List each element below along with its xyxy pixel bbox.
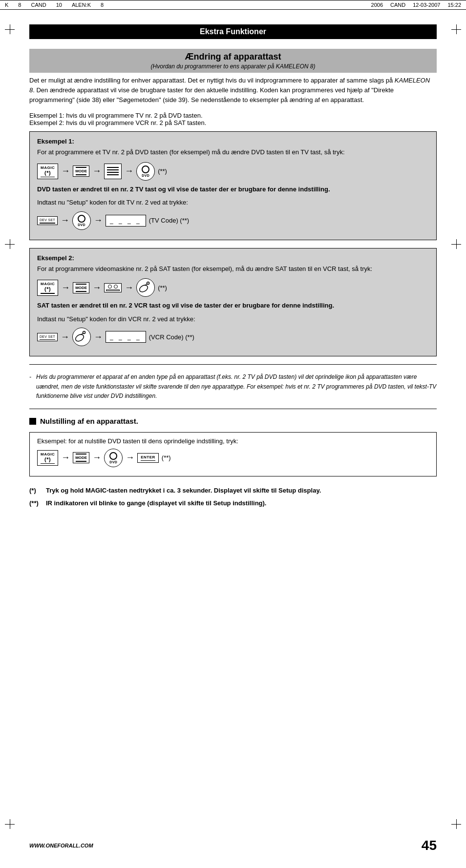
dvd-circle-1 [142, 165, 149, 173]
mode-button-reset: MODE [73, 452, 89, 463]
ex1-normal-text: Indtast nu "Setup" koden for dit TV nr. … [37, 198, 429, 207]
footnote-2: (**) IR indikatoren vil blinke to gange … [29, 498, 437, 509]
mode-button-2: MODE [73, 282, 89, 293]
footer-page-number: 45 [422, 838, 437, 853]
main-content: Ekstra Funktioner Ændring af apparattast… [0, 10, 466, 530]
magic-star-2: (*) [44, 286, 51, 292]
example-box-2: Eksempel 2: For at programmere videomask… [29, 248, 437, 357]
fn2-mark: (**) [29, 498, 44, 509]
ex1-desc: For at programmere et TV nr. 2 på DVD ta… [37, 147, 429, 157]
magic-button-1: MAGIC (*) [37, 164, 58, 180]
svg-point-5 [83, 331, 85, 334]
sat-svg-1 [139, 281, 152, 294]
footnote-1: (*) Tryk og hold MAGIC-tasten nedtrykket… [29, 485, 437, 496]
magic-label-1: MAGIC [41, 165, 55, 170]
footnotes: (*) Tryk og hold MAGIC-tasten nedtrykket… [29, 485, 437, 509]
ex1-intro-label: Eksempel 1: [29, 112, 64, 119]
header-year: 2006 [371, 2, 383, 8]
arrow-2a-2: → [92, 283, 101, 293]
mode-label-1: MODE [75, 169, 87, 173]
sub-heading-block: Ændring af apparattast (Hvordan du progr… [29, 49, 437, 73]
dvd-circle-2 [78, 215, 85, 223]
devset-label-2: DEV SET [40, 335, 55, 338]
arrow-1a-2: → [92, 166, 101, 176]
header-cand2: CAND [390, 2, 405, 8]
divider-1 [29, 364, 437, 365]
section2-title: Nulstilling af en apparattast. [40, 417, 138, 425]
page-title-text: Ekstra Funktioner [200, 27, 266, 36]
list-line-3 [107, 172, 119, 173]
dvd-button-reset: DVD [104, 449, 123, 467]
enter-label: ENTER [141, 455, 155, 459]
btn-sequence-1a: MAGIC (*) → MODE → → [37, 162, 429, 181]
header-cand: CAND [31, 2, 46, 8]
ex2-desc: For at programmere videomaskine nr. 2 på… [37, 264, 429, 274]
header-8: 8 [18, 2, 21, 8]
dvd-label-2: DVD [78, 223, 85, 227]
registration-mark-mid-right [451, 239, 461, 249]
registration-mark-bot-left [5, 819, 15, 829]
fn1-text: Tryk og hold MAGIC-tasten nedtrykket i c… [46, 485, 321, 496]
mode-bar-top-1 [76, 167, 86, 168]
arrow-1a-1: → [61, 166, 70, 176]
vcr-tape-button [104, 283, 122, 292]
arrow-2a-3: → [125, 283, 133, 293]
arrow-reset-3: → [126, 453, 134, 463]
mode-bar-top-reset [76, 454, 86, 455]
arrow-1b-1: → [61, 215, 69, 226]
ex2-bold-text: SAT tasten er ændret til en nr. 2 VCR ta… [37, 301, 429, 310]
svg-point-0 [139, 284, 149, 293]
mode-bar-top-2 [76, 284, 86, 285]
italic-note: Hvis du programmerer et apparat af en an… [29, 372, 437, 401]
arrow-1a-3: → [125, 166, 133, 176]
registration-mark-top-left [5, 24, 15, 34]
examples-intro: Eksempel 1: hvis du vil programmere TV n… [29, 112, 437, 126]
page-section-title: Ekstra Funktioner [29, 24, 437, 39]
mode-bar-bot-2 [76, 291, 86, 292]
ex1-title: Eksempel 1: [37, 138, 429, 145]
double-star-reset: (**) [162, 454, 171, 461]
mode-bar-bot-1 [76, 174, 86, 175]
header-k: K [5, 2, 8, 8]
tape-reel-left [108, 285, 112, 289]
footer-url: WWW.ONEFORALL.COM [29, 843, 93, 848]
ex1-bold-text: DVD tasten er ændret til en nr. 2 TV tas… [37, 185, 429, 194]
devset-bar-1 [40, 223, 55, 224]
sat-icon-1 [139, 281, 152, 294]
devset-button-2: DEV SET [37, 333, 58, 342]
dvd-circle-reset [109, 452, 117, 460]
tape-reel-right [114, 285, 118, 289]
mode-button-1: MODE [73, 165, 89, 177]
header-date: 12-03-2007 [413, 2, 440, 8]
enter-button: ENTER [137, 453, 159, 463]
tape-bottom [106, 289, 120, 291]
sub-heading-title: Ændring af apparattast [34, 52, 432, 62]
btn-sequence-2a: MAGIC (*) → MODE → [37, 278, 429, 297]
enter-bar [141, 460, 155, 461]
sat-button-1 [136, 278, 155, 297]
btn-sequence-2b: DEV SET → → _ _ _ _ (VCR Code) (**) [37, 328, 429, 346]
list-line-1 [107, 167, 119, 168]
svg-point-3 [75, 333, 85, 343]
reset-example-box: Eksempel: for at nulstille DVD tasten ti… [29, 432, 437, 476]
header-10: 10 [56, 2, 62, 8]
example-box-1: Eksempel 1: For at programmere et TV nr.… [29, 131, 437, 240]
magic-button-2: MAGIC (*) [37, 280, 58, 296]
ex1-intro-text: hvis du vil programmere TV nr. 2 på DVD … [66, 112, 202, 119]
dvd-button-1: DVD [136, 162, 155, 181]
header-right: 2006 CAND 12-03-2007 15:22 [371, 2, 461, 8]
registration-mark-bot-right [451, 819, 461, 829]
arrow-reset-1: → [61, 453, 70, 463]
dvd-label-reset: DVD [109, 460, 117, 464]
list-line-2 [107, 169, 119, 170]
section2-heading: Nulstilling af en apparattast. [29, 417, 437, 425]
arrow-reset-2: → [92, 453, 101, 463]
header-8b: 8 [101, 2, 104, 8]
ex2-intro-text: hvis du vil programmere VCR nr. 2 på SAT… [66, 119, 206, 126]
ex2-title: Eksempel 2: [37, 254, 429, 262]
arrow-2b-2: → [94, 332, 103, 342]
magic-label-2: MAGIC [41, 282, 55, 286]
vcr-code-label: (VCR Code) (**) [149, 333, 194, 341]
tv-code-label: (TV Code) (**) [149, 217, 189, 224]
svg-point-2 [147, 282, 149, 285]
